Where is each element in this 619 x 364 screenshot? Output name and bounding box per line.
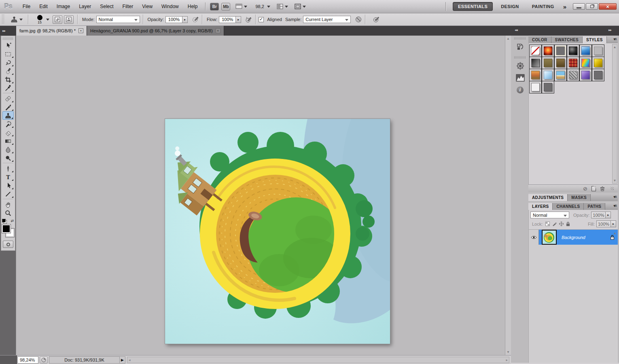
style-swatch-yellow-gem[interactable]	[594, 59, 602, 67]
screen-mode-dropdown-icon[interactable]	[303, 6, 306, 8]
brush-preset-picker[interactable]: 15	[34, 15, 45, 24]
layer-fill-slider[interactable]: ▸	[611, 220, 616, 227]
tool-preset-dropdown-icon[interactable]	[19, 19, 23, 21]
menu-help[interactable]: Help	[183, 2, 202, 11]
sample-select[interactable]: Current Layer	[303, 16, 351, 23]
close-button[interactable]: ×	[599, 3, 617, 10]
move-tool[interactable]	[2, 41, 14, 50]
panel-tab-styles[interactable]: STYLES	[583, 36, 607, 43]
aligned-checkbox[interactable]	[259, 17, 264, 22]
tab-close-icon[interactable]: ×	[216, 28, 220, 33]
menu-image[interactable]: Image	[52, 2, 74, 11]
quick-mask-button[interactable]	[3, 241, 13, 248]
status-flyout-button[interactable]: ▶	[120, 356, 125, 364]
menu-select[interactable]: Select	[95, 2, 118, 11]
style-swatch-black-gel[interactable]	[569, 47, 577, 55]
zoom-tool[interactable]	[2, 209, 14, 217]
style-swatch-blue-glass[interactable]	[544, 71, 552, 79]
clone-stamp-tool[interactable]	[2, 111, 14, 120]
panel-resize-grip[interactable]	[611, 187, 614, 190]
lock-pixels-icon[interactable]	[552, 222, 557, 226]
view-extras-icon[interactable]	[235, 3, 243, 10]
style-swatch-dark-gradient[interactable]	[531, 59, 540, 67]
foreground-color-swatch[interactable]	[2, 224, 11, 233]
crop-tool[interactable]	[2, 75, 14, 84]
dodge-tool[interactable]	[2, 154, 14, 162]
collapse-dock-icon[interactable]: ◂◂	[515, 28, 517, 32]
layer-thumbnail[interactable]	[542, 230, 557, 245]
pen-tool[interactable]	[2, 164, 14, 173]
tools-dock-header[interactable]: ▸▸	[0, 26, 16, 36]
vertical-scrollbar[interactable]: ▲ ▼	[505, 36, 511, 355]
lasso-tool[interactable]	[2, 58, 14, 67]
scroll-left-icon[interactable]: ◂	[129, 358, 131, 362]
menu-window[interactable]: Window	[157, 2, 183, 11]
launch-mini-bridge-button[interactable]: Mb	[221, 3, 230, 11]
style-swatch-blue-gel[interactable]	[581, 47, 590, 55]
opacity-slider-button[interactable]: ▸	[182, 16, 188, 23]
panel-tab-color[interactable]: COLOR	[528, 36, 551, 43]
collapse-dock-right-icon[interactable]: ▸▸	[608, 28, 611, 32]
style-swatch-gray-flat-shadow[interactable]	[594, 71, 602, 79]
zoom-dropdown-icon[interactable]	[267, 6, 270, 8]
styles-scrollbar[interactable]: ▲ ▼	[612, 44, 617, 184]
style-swatch-gray-flat-selected[interactable]	[556, 47, 565, 55]
panel-menu-icon[interactable]: ▾≡	[613, 37, 616, 41]
launch-bridge-button[interactable]: Br	[210, 3, 219, 11]
blend-mode-select[interactable]: Normal	[96, 16, 140, 23]
workspace-design-button[interactable]: DESIGN	[496, 2, 524, 11]
eraser-tool[interactable]	[2, 128, 14, 137]
style-swatch-default-style[interactable]	[531, 47, 540, 55]
scroll-down-icon[interactable]: ▼	[613, 179, 617, 182]
style-swatch-purple-bevel[interactable]	[581, 71, 590, 79]
lock-position-icon[interactable]	[559, 222, 564, 226]
menu-layer[interactable]: Layer	[74, 2, 95, 11]
style-swatch-sunset-bevel[interactable]	[531, 71, 540, 79]
style-swatch-orange-glow[interactable]	[544, 47, 552, 55]
tab-close-icon[interactable]: ×	[78, 28, 83, 33]
horizontal-scrollbar[interactable]: ◂ ▸	[127, 357, 509, 363]
brush-tool[interactable]	[2, 103, 14, 111]
options-bar-grip[interactable]	[2, 15, 4, 24]
info-panel-icon[interactable]: i	[514, 85, 526, 95]
gradient-tool[interactable]	[2, 137, 14, 145]
tools-panel-grip[interactable]	[3, 37, 13, 40]
style-swatch-gray-flat-2[interactable]	[544, 83, 552, 91]
strip-grip[interactable]	[514, 56, 526, 59]
style-swatch-olive-flat[interactable]	[544, 59, 552, 67]
screen-mode-icon[interactable]	[295, 4, 301, 10]
toggle-clone-source-panel-button[interactable]	[64, 15, 74, 24]
panel-menu-icon[interactable]: ▾≡	[613, 195, 616, 199]
clear-style-icon[interactable]: ⊘	[583, 186, 587, 192]
scroll-up-icon[interactable]: ▲	[613, 45, 617, 49]
default-colors-icon[interactable]	[2, 219, 6, 222]
delete-style-icon[interactable]	[600, 186, 605, 191]
navigator-panel-icon[interactable]	[514, 60, 526, 71]
arrange-documents-icon[interactable]	[277, 4, 284, 10]
histogram-panel-icon[interactable]	[514, 72, 526, 83]
line-tool[interactable]	[2, 190, 14, 198]
tablet-opacity-icon[interactable]	[192, 16, 199, 23]
scroll-right-icon[interactable]: ▸	[506, 358, 508, 362]
path-selection-tool[interactable]	[2, 181, 14, 190]
rectangular-marquee-tool[interactable]	[2, 50, 14, 58]
menu-file[interactable]: File	[18, 2, 35, 11]
opacity-input[interactable]: 100%	[165, 16, 182, 23]
panel-tab-adjustments[interactable]: ADJUSTMENTS	[528, 194, 568, 201]
panel-tab-swatches[interactable]: SWATCHES	[551, 36, 583, 43]
tablet-size-icon[interactable]	[372, 16, 379, 23]
panel-tab-paths[interactable]: PATHS	[584, 203, 605, 210]
minimize-button[interactable]	[573, 3, 585, 10]
swap-colors-icon[interactable]: ⇄	[11, 219, 14, 223]
document-tab-0[interactable]: farm.jpg @ 98,2% (RGB/8) *×	[16, 26, 87, 36]
flow-input[interactable]: 100%	[219, 16, 236, 23]
scroll-down-icon[interactable]: ▼	[505, 350, 511, 354]
layers-scroll-up-icon[interactable]: ▲	[612, 231, 618, 235]
menu-filter[interactable]: Filter	[118, 2, 138, 11]
airbrush-icon[interactable]	[245, 16, 252, 23]
ignore-adjustment-layers-icon[interactable]	[355, 16, 362, 23]
menu-view[interactable]: View	[138, 2, 157, 11]
spot-healing-brush-tool[interactable]	[2, 94, 14, 103]
style-swatch-brown-gradient[interactable]	[556, 59, 565, 67]
arrange-documents-dropdown-icon[interactable]	[285, 6, 288, 8]
